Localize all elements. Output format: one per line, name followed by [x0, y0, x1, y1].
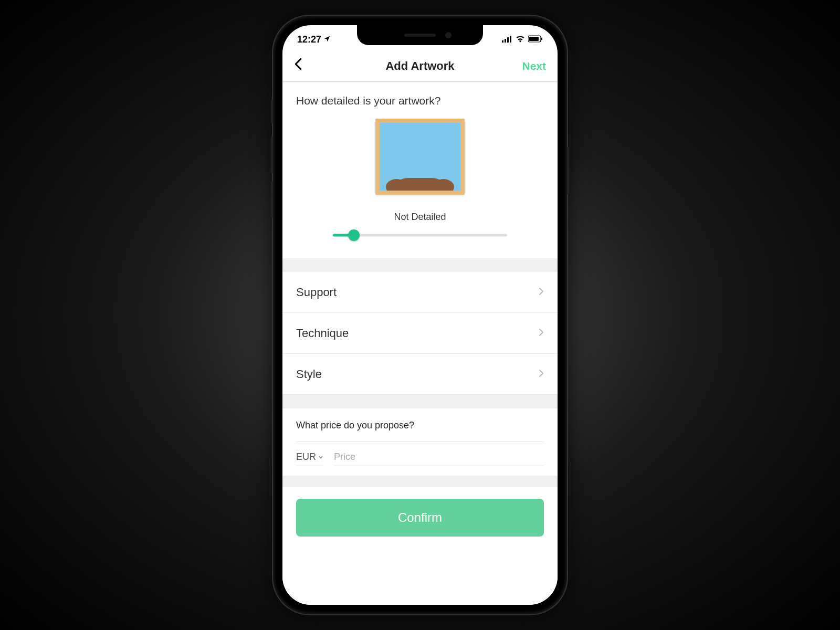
- section-spacer: [282, 476, 558, 487]
- list-row-style[interactable]: Style: [282, 354, 558, 395]
- chevron-down-icon: [318, 452, 323, 463]
- status-time: 12:27: [297, 34, 321, 45]
- content-area: How detailed is your artwork? Not Detail…: [282, 82, 558, 605]
- next-button[interactable]: Next: [514, 60, 546, 72]
- notch: [357, 25, 483, 45]
- svg-rect-1: [505, 39, 506, 43]
- list-row-label: Support: [296, 286, 337, 299]
- price-input[interactable]: [334, 452, 544, 466]
- chevron-right-icon: [539, 286, 544, 298]
- chevron-right-icon: [539, 327, 544, 339]
- svg-rect-2: [507, 37, 509, 43]
- list-row-label: Style: [296, 368, 322, 381]
- section-spacer: [282, 258, 558, 272]
- currency-select[interactable]: EUR: [296, 452, 323, 466]
- navigation-bar: Add Artwork Next: [282, 50, 558, 82]
- price-section: What price do you propose? EUR: [282, 408, 558, 476]
- list-row-label: Technique: [296, 327, 349, 340]
- location-arrow-icon: [323, 34, 331, 45]
- price-question: What price do you propose?: [296, 420, 544, 442]
- page-title: Add Artwork: [385, 59, 454, 73]
- artwork-frame: [375, 119, 465, 195]
- detail-question: How detailed is your artwork?: [296, 94, 544, 107]
- cellular-signal-icon: [502, 34, 512, 45]
- confirm-button[interactable]: Confirm: [296, 499, 544, 537]
- back-button[interactable]: [294, 58, 326, 74]
- list-row-support[interactable]: Support: [282, 272, 558, 313]
- detail-section: How detailed is your artwork? Not Detail…: [282, 82, 558, 258]
- svg-rect-6: [541, 37, 542, 40]
- artwork-canvas: [380, 123, 460, 191]
- svg-rect-5: [529, 37, 539, 41]
- section-spacer: [282, 395, 558, 408]
- wifi-icon: [516, 34, 525, 45]
- artwork-preview: [296, 107, 544, 204]
- phone-frame: 12:27 Add Artwork: [273, 16, 567, 614]
- currency-value: EUR: [296, 452, 316, 463]
- battery-icon: [528, 34, 543, 45]
- svg-rect-3: [510, 36, 511, 43]
- screen: 12:27 Add Artwork: [282, 25, 558, 605]
- detail-slider-label: Not Detailed: [296, 204, 544, 229]
- slider-thumb[interactable]: [348, 229, 360, 241]
- list-row-technique[interactable]: Technique: [282, 313, 558, 354]
- chevron-right-icon: [539, 368, 544, 380]
- svg-rect-0: [502, 40, 503, 43]
- detail-slider[interactable]: [333, 229, 507, 242]
